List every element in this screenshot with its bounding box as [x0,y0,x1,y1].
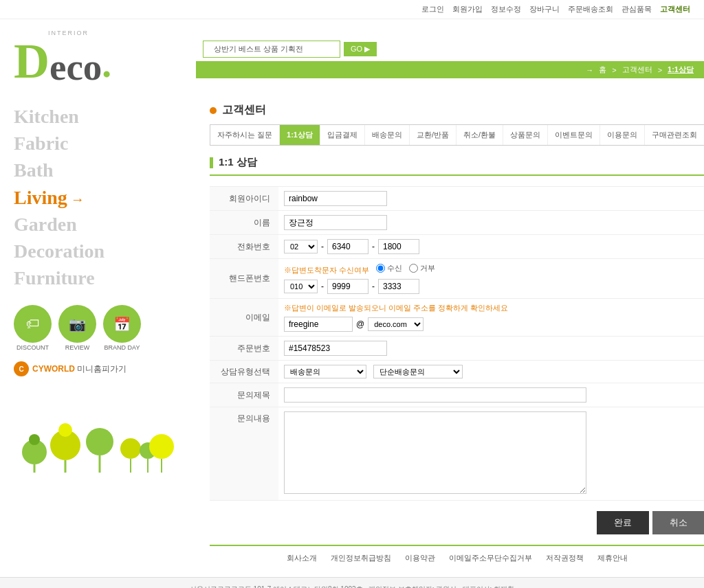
tab-exchange[interactable]: 교환/반품 [410,125,456,145]
footer-info-manager: 개인정보 보호책임자: 관원선 [368,585,456,588]
mobile-area-select[interactable]: 010 011 016 017 019 [284,280,318,293]
subject-row: 문의제목 [210,383,704,407]
cyworld-label: 미니홈피가기 [77,363,126,375]
green-rect [210,157,213,168]
email-at: @ [356,319,364,329]
tab-event-q[interactable]: 이벤트문의 [548,125,600,145]
footer-ceo: 대표이사: 최재황 [463,585,515,588]
footer-terms[interactable]: 이용약관 [405,553,435,563]
mobile-note: ※답변도착문자 수신여부 [284,266,369,274]
banner-top: 상반기 베스트 상품 기획전 GO ▶ [196,37,704,61]
email-user-input[interactable] [284,317,353,332]
name-input[interactable] [284,215,387,230]
section-title-bar: 1:1 상담 [210,156,704,176]
order-num-label: 주문번호 [210,337,278,361]
svg-point-8 [120,438,141,459]
discount-icon-button[interactable]: 🏷 [14,305,52,343]
footer-partnership[interactable]: 제휴안내 [597,553,628,563]
member-id-input[interactable] [284,191,387,206]
logo-dot: . [102,43,111,86]
section-title: 1:1 상담 [219,156,257,169]
order-num-input[interactable] [284,341,387,356]
breadcrumb-home[interactable]: 홈 [599,65,606,75]
footer-privacy[interactable]: 개인정보취급방침 [331,553,391,563]
sidebar-item-living[interactable]: Living [14,184,182,211]
sidebar-item-bath[interactable]: Bath [14,157,182,183]
consult-type-select[interactable]: 배송문의 교환/반품 취소/환불 상품문의 이벤트문의 [284,365,366,378]
nav-profile[interactable]: 정보수정 [491,4,521,14]
email-domain-select[interactable]: deco.com naver.com daum.net gmail.com na… [368,317,424,331]
mobile-end-input[interactable] [378,279,419,294]
email-label: 이메일 [210,299,278,337]
tab-product-q[interactable]: 상품문의 [503,125,548,145]
nav-login[interactable]: 로그인 [421,4,444,14]
consultation-form: 회원아이디 이름 전화번호 02 031 03 [210,186,704,501]
orange-dot [210,107,217,114]
tab-payment[interactable]: 입금결제 [320,125,365,145]
main-content: 고객센터 자주하시는 질문 1:1상담 입금결제 배송문의 교환/반품 취소/환… [196,96,704,577]
nav-wishlist[interactable]: 관심품목 [622,4,652,14]
tab-navigation: 자주하시는 질문 1:1상담 입금결제 배송문의 교환/반품 취소/환불 상품문… [210,124,704,146]
subject-label: 문의제목 [210,383,278,407]
nav-cart[interactable]: 장바구니 [529,4,560,14]
cyworld-icon: C [14,361,29,376]
phone-value-cell: 02 031 032 - - [278,235,704,259]
mobile-value-cell: ※답변도착문자 수신여부 수신 거부 [278,259,704,299]
logo-interior-text: INTERIOR [48,30,182,36]
footer-address: 서울시구로구구로동 101-7 에이스테크노타워8차 1002호 [190,585,363,588]
cancel-button[interactable]: 취소 [652,511,704,534]
mobile-mid-input[interactable] [327,279,368,294]
review-icon-button[interactable]: 📷 [58,305,96,343]
icon-row: 🏷 DISCOUNT 📷 REVIEW 📅 BRAND DAY [14,305,182,351]
subject-input[interactable] [284,387,586,403]
review-icon: 📷 [69,316,86,332]
mobile-row: 핸드폰번호 ※답변도착문자 수신여부 수신 거부 [210,259,704,299]
content-textarea[interactable] [284,411,586,494]
sidebar-item-garden[interactable]: Garden [14,211,182,238]
sms-receive-radio[interactable] [376,264,385,273]
consult-subtype-select[interactable]: 단순배송문의 배송지연문의 오배송문의 [373,365,463,378]
nav-order-track[interactable]: 주문배송조회 [568,4,613,14]
tab-faq[interactable]: 자주하시는 질문 [210,125,280,145]
email-warning: ※답변이 이메일로 발송되오니 이메일 주소를 정확하게 확인하세요 [284,304,508,312]
footer-about[interactable]: 회사소개 [287,553,317,563]
order-num-row: 주문번호 [210,337,704,361]
name-value-cell [278,211,704,235]
sidebar-item-furniture[interactable]: Furniture [14,264,182,291]
cyworld-link[interactable]: C CYWORLD 미니홈피가기 [14,361,182,376]
top-navigation: 로그인 회원가입 정보수정 장바구니 주문배송조회 관심품목 고객센터 [0,0,704,19]
sidebar-item-decoration[interactable]: Decoration [14,238,182,264]
sms-reject-label: 거부 [420,263,435,273]
content-label: 문의내용 [210,407,278,501]
tab-1on1[interactable]: 1:1상담 [280,125,320,145]
brandday-icon: 📅 [113,316,131,332]
phone-mid-input[interactable] [327,239,368,254]
tab-purchase-lookup[interactable]: 구매관련조회 [645,125,704,145]
nav-customer[interactable]: 고객센터 [660,4,690,14]
consult-type-value-cell: 배송문의 교환/반품 취소/환불 상품문의 이벤트문의 단순배송문의 배송지연문… [278,361,704,383]
content-value-cell [278,407,704,501]
discount-label: DISCOUNT [16,344,49,351]
banner-area: 상반기 베스트 상품 기획전 GO ▶ → 홈 > 고객센터 > 1:1상담 [196,37,704,78]
banner-go-button[interactable]: GO ▶ [344,42,377,56]
tab-usage-q[interactable]: 이용문의 [600,125,645,145]
sidebar-item-fabric[interactable]: Fabric [14,130,182,157]
complete-button[interactable]: 완료 [597,511,649,534]
sms-reject-radio[interactable] [409,264,418,273]
phone-area-select[interactable]: 02 031 032 [284,240,318,253]
footer-copyright[interactable]: 저작권정책 [546,553,584,563]
sidebar-menu: Kitchen Fabric Bath Living Garden Decora… [14,103,182,291]
nav-register[interactable]: 회원가입 [452,4,483,14]
svg-point-4 [58,423,72,437]
phone-dash2: - [372,242,375,251]
breadcrumb-customer[interactable]: 고객센터 [622,65,652,75]
brandday-icon-button[interactable]: 📅 [103,305,141,343]
footer-no-email[interactable]: 이메일주소무단수집거부 [449,553,532,563]
sidebar-item-kitchen[interactable]: Kitchen [14,103,182,130]
tab-cancel[interactable]: 취소/환불 [456,125,503,145]
phone-end-input[interactable] [378,239,419,254]
logo-deco[interactable]: D eco . [14,36,182,86]
content-row: 문의내용 [210,407,704,501]
tab-shipping-q[interactable]: 배송문의 [365,125,410,145]
svg-point-6 [86,428,113,455]
